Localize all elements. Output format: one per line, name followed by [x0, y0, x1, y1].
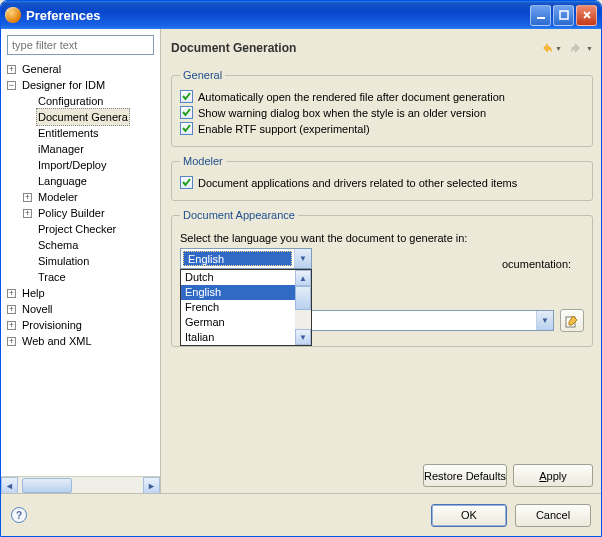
- chevron-down-icon[interactable]: ▼: [536, 311, 553, 330]
- tree-item[interactable]: Configuration: [1, 93, 160, 109]
- auto-open-checkbox[interactable]: [180, 90, 193, 103]
- page-button-row: Restore Defaults Apply: [171, 454, 593, 487]
- page-title: Document Generation: [171, 41, 537, 55]
- document-apps-label: Document applications and drivers relate…: [198, 177, 517, 189]
- tree-item-label: Language: [36, 173, 89, 189]
- language-dropdown[interactable]: DutchEnglishFrenchGermanItalian ▲ ▼: [180, 269, 312, 346]
- tree-item[interactable]: Simulation: [1, 253, 160, 269]
- tree-item-label: Novell: [20, 301, 55, 317]
- titlebar[interactable]: Preferences: [1, 1, 601, 29]
- back-icon[interactable]: [539, 41, 553, 55]
- appearance-legend: Document Appearance: [180, 209, 298, 221]
- general-legend: General: [180, 69, 225, 81]
- tree-item-label: iManager: [36, 141, 86, 157]
- back-menu-icon[interactable]: ▼: [555, 41, 562, 55]
- scroll-track[interactable]: [18, 477, 143, 493]
- enable-rtf-checkbox[interactable]: [180, 122, 193, 135]
- expand-icon[interactable]: +: [7, 321, 16, 330]
- tree-item[interactable]: Schema: [1, 237, 160, 253]
- modeler-legend: Modeler: [180, 155, 226, 167]
- scroll-thumb[interactable]: [295, 286, 311, 310]
- document-apps-checkbox[interactable]: [180, 176, 193, 189]
- general-group: General Automatically open the rendered …: [171, 69, 593, 147]
- language-select[interactable]: English ▼: [180, 248, 312, 269]
- scroll-thumb[interactable]: [22, 478, 72, 493]
- maximize-button[interactable]: [553, 5, 574, 26]
- svg-rect-0: [537, 17, 545, 19]
- restore-defaults-button[interactable]: Restore Defaults: [423, 464, 507, 487]
- tree-item[interactable]: −Designer for IDM: [1, 77, 160, 93]
- tree-item-label: Import/Deploy: [36, 157, 108, 173]
- browse-button[interactable]: [560, 309, 584, 332]
- tree-item-label: Help: [20, 285, 47, 301]
- collapse-icon[interactable]: −: [7, 81, 16, 90]
- main-panel: Document Generation ▼ ▼ General Automati…: [161, 29, 601, 493]
- preferences-tree[interactable]: +General−Designer for IDMConfigurationDo…: [1, 59, 160, 476]
- tree-horizontal-scrollbar[interactable]: ◄ ►: [1, 476, 160, 493]
- tree-item[interactable]: +Help: [1, 285, 160, 301]
- window-title: Preferences: [26, 8, 528, 23]
- language-label: Select the language you want the documen…: [180, 232, 584, 244]
- tree-item[interactable]: +General: [1, 61, 160, 77]
- show-warning-label: Show warning dialog box when the style i…: [198, 107, 486, 119]
- minimize-button[interactable]: [530, 5, 551, 26]
- language-option[interactable]: Dutch: [181, 270, 295, 285]
- expand-icon[interactable]: +: [7, 65, 16, 74]
- tree-item-label: Provisioning: [20, 317, 84, 333]
- expand-icon[interactable]: +: [7, 289, 16, 298]
- tree-item-label: Simulation: [36, 253, 91, 269]
- tree-item-label: Project Checker: [36, 221, 118, 237]
- forward-icon[interactable]: [570, 41, 584, 55]
- appearance-group: Document Appearance Select the language …: [171, 209, 593, 347]
- footer: ? OK Cancel: [1, 494, 601, 536]
- tree-item-label: Trace: [36, 269, 68, 285]
- tree-item[interactable]: +Provisioning: [1, 317, 160, 333]
- tree-item-label: Entitlements: [36, 125, 101, 141]
- tree-item[interactable]: Entitlements: [1, 125, 160, 141]
- expand-icon[interactable]: +: [23, 209, 32, 218]
- language-option[interactable]: German: [181, 315, 295, 330]
- tree-item[interactable]: iManager: [1, 141, 160, 157]
- preferences-dialog: Preferences +General−Designer for IDMCon…: [0, 0, 602, 537]
- tree-item-label: General: [20, 61, 63, 77]
- svg-rect-1: [560, 11, 568, 19]
- scroll-left-button[interactable]: ◄: [1, 477, 18, 494]
- tree-item[interactable]: +Web and XML: [1, 333, 160, 349]
- tree-item-label: Policy Builder: [36, 205, 107, 221]
- tree-item[interactable]: Document Genera: [1, 109, 160, 125]
- tree-item[interactable]: Language: [1, 173, 160, 189]
- tree-item-label: Modeler: [36, 189, 80, 205]
- auto-open-label: Automatically open the rendered file aft…: [198, 91, 505, 103]
- filter-input[interactable]: [7, 35, 154, 55]
- language-select-value: English: [183, 251, 292, 266]
- edit-icon: [564, 313, 580, 329]
- language-option[interactable]: English: [181, 285, 295, 300]
- tree-item[interactable]: +Novell: [1, 301, 160, 317]
- help-icon[interactable]: ?: [11, 507, 27, 523]
- cancel-button[interactable]: Cancel: [515, 504, 591, 527]
- scroll-right-button[interactable]: ►: [143, 477, 160, 494]
- chevron-down-icon[interactable]: ▼: [294, 249, 311, 268]
- tree-item[interactable]: Project Checker: [1, 221, 160, 237]
- scroll-up-button[interactable]: ▲: [295, 270, 311, 286]
- forward-menu-icon[interactable]: ▼: [586, 41, 593, 55]
- expand-icon[interactable]: +: [7, 305, 16, 314]
- language-option[interactable]: French: [181, 300, 295, 315]
- tree-item-label: Document Genera: [36, 108, 130, 126]
- dropdown-scrollbar[interactable]: ▲ ▼: [295, 270, 311, 345]
- scroll-down-button[interactable]: ▼: [295, 329, 311, 345]
- language-option[interactable]: Italian: [181, 330, 295, 345]
- expand-icon[interactable]: +: [7, 337, 16, 346]
- tree-item[interactable]: Trace: [1, 269, 160, 285]
- tree-item-label: Designer for IDM: [20, 77, 107, 93]
- tree-item[interactable]: +Modeler: [1, 189, 160, 205]
- show-warning-checkbox[interactable]: [180, 106, 193, 119]
- tree-item[interactable]: +Policy Builder: [1, 205, 160, 221]
- sidebar: +General−Designer for IDMConfigurationDo…: [1, 29, 161, 493]
- tree-item[interactable]: Import/Deploy: [1, 157, 160, 173]
- ok-button[interactable]: OK: [431, 504, 507, 527]
- close-button[interactable]: [576, 5, 597, 26]
- expand-icon[interactable]: +: [23, 193, 32, 202]
- enable-rtf-label: Enable RTF support (experimental): [198, 123, 370, 135]
- apply-button[interactable]: Apply: [513, 464, 593, 487]
